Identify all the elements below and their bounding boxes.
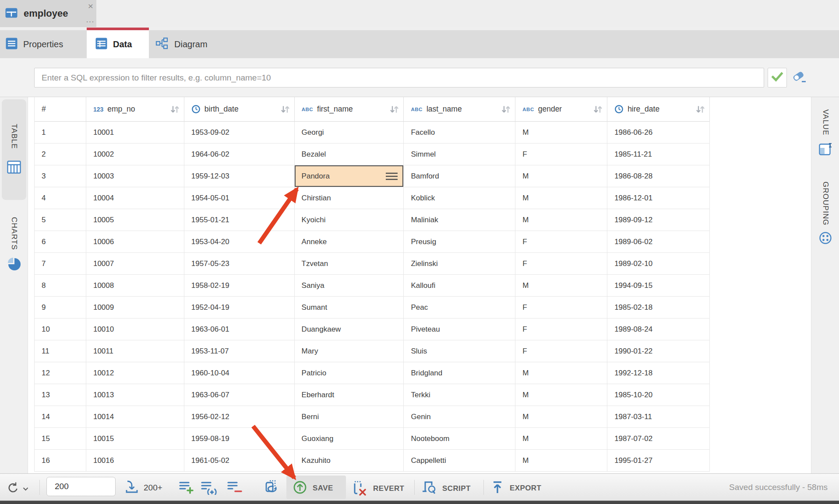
cell-hire_date[interactable]: 1985-11-21 (607, 144, 710, 165)
row-number-cell[interactable]: 4 (35, 187, 86, 209)
cell-hire_date[interactable]: 1989-08-24 (607, 318, 710, 340)
cell-first_name[interactable]: Guoxiang (295, 428, 404, 450)
cell-emp_no[interactable]: 10009 (86, 297, 184, 318)
cell-hire_date[interactable]: 1986-06-26 (607, 122, 710, 144)
sort-icon[interactable] (170, 105, 180, 114)
cell-last_name[interactable]: Zielinski (404, 253, 515, 275)
cell-emp_no[interactable]: 10013 (86, 384, 184, 406)
close-icon[interactable]: × (86, 1, 95, 11)
cell-first_name[interactable]: Patricio (295, 362, 404, 384)
cell-gender[interactable]: F (515, 144, 607, 165)
cell-first_name[interactable]: Chirstian (295, 187, 404, 209)
cell-hire_date[interactable]: 1986-12-01 (607, 187, 710, 209)
cell-last_name[interactable]: Facello (404, 122, 515, 144)
cell-birth_date[interactable]: 1963-06-07 (184, 384, 295, 406)
cell-gender[interactable]: M (515, 362, 607, 384)
sort-icon[interactable] (280, 105, 290, 114)
cell-emp_no[interactable]: 10005 (86, 209, 184, 231)
cell-first_name[interactable]: Bezalel (295, 144, 404, 165)
cell-hire_date[interactable]: 1987-03-11 (607, 406, 710, 428)
cell-gender[interactable]: F (515, 231, 607, 253)
row-number-cell[interactable]: 10 (35, 318, 86, 340)
cell-emp_no[interactable]: 10002 (86, 144, 184, 165)
cell-gender[interactable]: M (515, 209, 607, 231)
cell-gender[interactable]: M (515, 406, 607, 428)
cell-birth_date[interactable]: 1952-04-19 (184, 297, 295, 318)
cell-hire_date[interactable]: 1989-02-10 (607, 253, 710, 275)
cell-last_name[interactable]: Genin (404, 406, 515, 428)
cell-last_name[interactable]: Terkki (404, 384, 515, 406)
cell-last_name[interactable]: Peac (404, 297, 515, 318)
cell-emp_no[interactable]: 10006 (86, 231, 184, 253)
cell-emp_no[interactable]: 10004 (86, 187, 184, 209)
cell-emp_no[interactable]: 10010 (86, 318, 184, 340)
cell-first_name[interactable]: Duangkaew (295, 318, 404, 340)
sql-filter-input[interactable] (34, 68, 764, 88)
refresh-cell-button[interactable] (264, 479, 281, 497)
script-button[interactable]: SCRIPT (421, 480, 471, 497)
cell-first_name[interactable]: Sumant (295, 297, 404, 318)
cell-birth_date[interactable]: 1953-09-02 (184, 122, 295, 144)
cell-last_name[interactable]: Cappelletti (404, 450, 515, 472)
sort-icon[interactable] (389, 105, 399, 114)
cell-birth_date[interactable]: 1955-01-21 (184, 209, 295, 231)
cell-birth_date[interactable]: 1957-05-23 (184, 253, 295, 275)
cell-emp_no[interactable]: 10007 (86, 253, 184, 275)
cell-gender[interactable]: M (515, 122, 607, 144)
cell-birth_date[interactable]: 1958-02-19 (184, 275, 295, 297)
cell-gender[interactable]: M (515, 165, 607, 187)
cell-gender[interactable]: F (515, 297, 607, 318)
cell-gender[interactable]: M (515, 275, 607, 297)
cell-gender[interactable]: M (515, 428, 607, 450)
cell-last_name[interactable]: Piveteau (404, 318, 515, 340)
cell-first_name[interactable]: Kyoichi (295, 209, 404, 231)
column-header-first_name[interactable]: ABCfirst_name (295, 97, 404, 122)
cell-last_name[interactable]: Nooteboom (404, 428, 515, 450)
cell-gender[interactable]: M (515, 187, 607, 209)
cell-hire_date[interactable]: 1995-01-27 (607, 450, 710, 472)
cell-emp_no[interactable]: 10015 (86, 428, 184, 450)
sort-icon[interactable] (593, 105, 603, 114)
cell-hire_date[interactable]: 1994-09-15 (607, 275, 710, 297)
cell-emp_no[interactable]: 10001 (86, 122, 184, 144)
cell-birth_date[interactable]: 1964-06-02 (184, 144, 295, 165)
cell-hire_date[interactable]: 1986-08-28 (607, 165, 710, 187)
row-number-cell[interactable]: 8 (35, 275, 86, 297)
cell-first_name[interactable]: Kazuhito (295, 450, 404, 472)
cell-first_name[interactable]: Tzvetan (295, 253, 404, 275)
cell-emp_no[interactable]: 10003 (86, 165, 184, 187)
cell-first_name[interactable]: Saniya (295, 275, 404, 297)
cell-menu-icon[interactable] (386, 172, 398, 180)
cell-hire_date[interactable]: 1990-01-22 (607, 340, 710, 362)
cell-hire_date[interactable]: 1985-10-20 (607, 384, 710, 406)
row-number-cell[interactable]: 12 (35, 362, 86, 384)
cell-last_name[interactable]: Sluis (404, 340, 515, 362)
cell-emp_no[interactable]: 10014 (86, 406, 184, 428)
panel-tab-value[interactable]: VALUE (811, 101, 839, 166)
cell-hire_date[interactable]: 1992-12-18 (607, 362, 710, 384)
cell-birth_date[interactable]: 1956-02-12 (184, 406, 295, 428)
apply-filter-button[interactable] (768, 68, 787, 88)
panel-tab-charts[interactable]: CHARTS (0, 207, 28, 282)
cell-last_name[interactable]: Bridgland (404, 362, 515, 384)
sort-icon[interactable] (695, 105, 705, 114)
cell-birth_date[interactable]: 1960-10-04 (184, 362, 295, 384)
cell-first_name[interactable]: Eberhardt (295, 384, 404, 406)
cell-birth_date[interactable]: 1959-12-03 (184, 165, 295, 187)
cell-hire_date[interactable]: 1989-09-12 (607, 209, 710, 231)
column-header-birth_date[interactable]: birth_date (184, 97, 295, 122)
cell-emp_no[interactable]: 10012 (86, 362, 184, 384)
cell-emp_no[interactable]: 10008 (86, 275, 184, 297)
cell-first_name[interactable]: Anneke (295, 231, 404, 253)
cell-birth_date[interactable]: 1961-05-02 (184, 450, 295, 472)
cell-birth_date[interactable]: 1959-08-19 (184, 428, 295, 450)
cell-gender[interactable]: M (515, 450, 607, 472)
cell-emp_no[interactable]: 10016 (86, 450, 184, 472)
row-number-cell[interactable]: 3 (35, 165, 86, 187)
cell-gender[interactable]: M (515, 384, 607, 406)
row-number-cell[interactable]: 13 (35, 384, 86, 406)
cell-emp_no[interactable]: 10011 (86, 340, 184, 362)
cell-birth_date[interactable]: 1963-06-01 (184, 318, 295, 340)
cell-last_name[interactable]: Koblick (404, 187, 515, 209)
tab-data[interactable]: Data (87, 30, 149, 58)
